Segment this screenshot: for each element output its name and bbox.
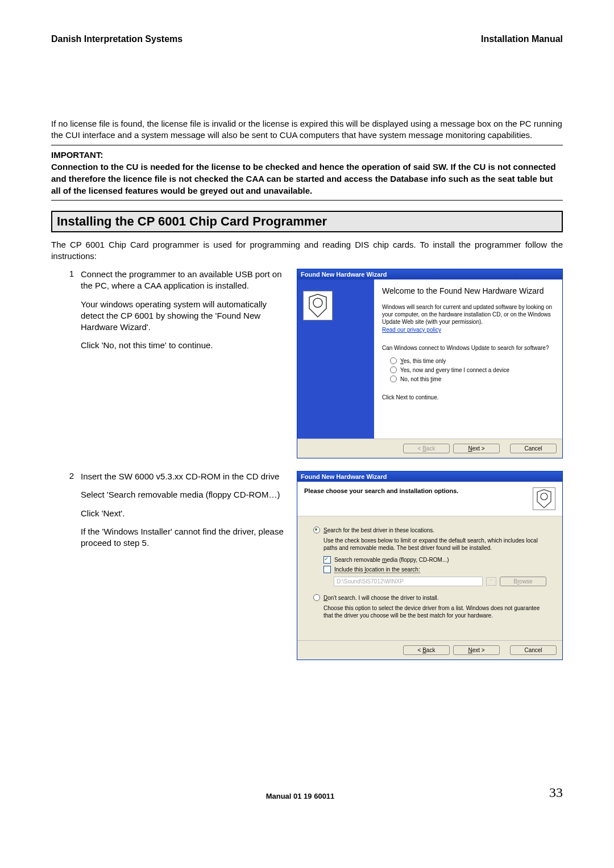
step1-p1: Connect the programmer to an available U… <box>81 269 285 292</box>
important-text: Connection to the CU is needed for the l… <box>51 161 563 197</box>
wizard2-titlebar: Found New Hardware Wizard <box>297 471 562 482</box>
radio-label: No, not this time <box>400 376 441 382</box>
step2-p1: Insert the SW 6000 v5.3.xx CD-ROM in the… <box>81 471 285 482</box>
next-button[interactable]: Next > <box>453 444 500 453</box>
section-title: Installing the CP 6001 Chip Card Program… <box>57 214 557 229</box>
hardware-icon <box>303 291 333 320</box>
radio-label: Yes, now and every time I connect a devi… <box>400 367 509 373</box>
step-number: 2 <box>51 471 81 481</box>
wizard1-sidebar <box>297 279 374 439</box>
dont-search-desc: Choose this option to select the device … <box>323 604 546 619</box>
hardware-icon <box>533 487 555 510</box>
divider <box>51 145 563 145</box>
radio-label: Don't search. I will choose the driver t… <box>323 595 439 601</box>
step2-p3: Click 'Next'. <box>81 508 285 519</box>
svg-point-1 <box>541 493 547 500</box>
page-number: 33 <box>549 785 563 800</box>
dropdown-icon[interactable]: ˅ <box>486 577 496 586</box>
wizard1-heading: Welcome to the Found New Hardware Wizard <box>382 286 554 295</box>
wizard1-continue: Click Next to continue. <box>382 394 554 401</box>
radio-icon <box>390 375 397 382</box>
wizard1-radios: Yes, this time only Yes, now and every t… <box>390 357 554 382</box>
radio-icon <box>313 527 320 533</box>
divider <box>51 200 563 201</box>
wizard1-body: Welcome to the Found New Hardware Wizard… <box>297 279 562 439</box>
step-number: 1 <box>51 269 81 278</box>
step-row: 2 Insert the SW 6000 v5.3.xx CD-ROM in t… <box>51 471 563 660</box>
wizard1-titlebar: Found New Hardware Wizard <box>297 269 562 279</box>
radio-icon <box>390 366 397 373</box>
wizard1: Found New Hardware Wizard Welcome to the… <box>297 269 563 458</box>
back-button: < Back <box>403 444 450 453</box>
document-page: Danish Interpretation Systems Installati… <box>0 0 614 823</box>
radio-yes-always[interactable]: Yes, now and every time I connect a devi… <box>390 366 554 373</box>
header-left: Danish Interpretation Systems <box>51 34 182 44</box>
radio-dont-search[interactable]: Don't search. I will choose the driver t… <box>313 594 546 601</box>
wizard2-buttons: < Back Next > Cancel <box>297 640 562 660</box>
svg-point-0 <box>313 298 322 307</box>
radio-no[interactable]: No, not this time <box>390 375 554 382</box>
section-title-box: Installing the CP 6001 Chip Card Program… <box>51 211 563 232</box>
wizard2-body: Search for the best driver in these loca… <box>297 516 562 640</box>
next-button[interactable]: Next > <box>453 645 500 655</box>
page-footer: Manual 01 19 60011 33 <box>51 785 563 800</box>
browse-button: Browse <box>500 577 546 586</box>
step2-p4: If the 'Windows Installer' cannot find t… <box>81 526 285 549</box>
intro-paragraph: If no license file is found, the license… <box>51 118 563 141</box>
path-input[interactable]: D:\Sound\SiS7012\WINXP <box>334 577 483 586</box>
radio-icon <box>313 594 320 601</box>
path-row: D:\Sound\SiS7012\WINXP ˅ Browse <box>334 577 546 586</box>
step1-p3: Click 'No, not this time' to continue. <box>81 340 285 351</box>
section-intro: The CP 6001 Chip Card programmer is used… <box>51 239 563 262</box>
privacy-link[interactable]: Read our privacy policy <box>382 327 554 333</box>
back-button[interactable]: < Back <box>403 645 450 655</box>
checkbox-icon <box>323 556 331 564</box>
radio-yes-once[interactable]: Yes, this time only <box>390 357 554 364</box>
radio-label: Yes, this time only <box>400 358 446 364</box>
checkbox-label: Search removable media (floppy, CD-ROM..… <box>334 557 449 563</box>
search-desc: Use the check boxes below to limit or ex… <box>323 537 546 552</box>
check-removable[interactable]: Search removable media (floppy, CD-ROM..… <box>323 556 546 564</box>
step1-p2: Your windows operating system will autom… <box>81 299 285 333</box>
step-row: 1 Connect the programmer to an available… <box>51 269 563 458</box>
radio-search-best[interactable]: Search for the best driver in these loca… <box>313 527 546 533</box>
header-right: Installation Manual <box>481 34 563 44</box>
checkbox-icon <box>323 566 331 573</box>
step-text: Connect the programmer to an available U… <box>81 269 285 358</box>
cancel-button[interactable]: Cancel <box>510 444 557 453</box>
wizard1-buttons: < Back Next > Cancel <box>297 439 562 458</box>
important-block: IMPORTANT: Connection to the CU is neede… <box>51 149 563 197</box>
wizard2-heading: Please choose your search and installati… <box>304 487 458 494</box>
important-label: IMPORTANT: <box>51 149 563 161</box>
wizard1-desc: Windows will search for current and upda… <box>382 303 554 326</box>
page-header: Danish Interpretation Systems Installati… <box>51 34 563 44</box>
wizard2: Found New Hardware Wizard Please choose … <box>297 471 563 660</box>
step2-p2: Select 'Search removable media (floppy C… <box>81 489 285 500</box>
check-include-location[interactable]: Include this location in the search: <box>323 566 546 573</box>
wizard2-header: Please choose your search and installati… <box>297 482 562 516</box>
wizard1-content: Welcome to the Found New Hardware Wizard… <box>374 279 562 439</box>
step-text: Insert the SW 6000 v5.3.xx CD-ROM in the… <box>81 471 285 556</box>
wizard1-question: Can Windows connect to Windows Update to… <box>382 344 554 352</box>
cancel-button[interactable]: Cancel <box>510 645 557 655</box>
checkbox-label: Include this location in the search: <box>334 566 420 573</box>
manual-label: Manual 01 19 60011 <box>266 792 335 800</box>
radio-label: Search for the best driver in these loca… <box>323 527 434 533</box>
radio-icon <box>390 357 397 364</box>
